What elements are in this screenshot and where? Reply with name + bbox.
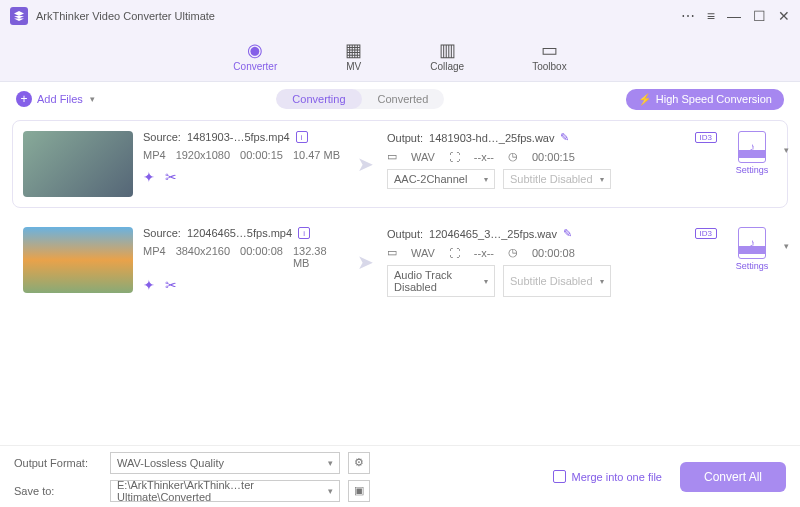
subbar: + Add Files ▾ Converting Converted High …	[0, 82, 800, 116]
audio-select[interactable]: Audio Track Disabled▾	[387, 265, 495, 297]
list-item: Source: 1481903-…5fps.mp4 i MP41920x1080…	[12, 120, 788, 208]
feedback-icon[interactable]: ⋯	[681, 8, 695, 24]
edit-icon[interactable]: ✦	[143, 169, 155, 185]
tab-converted[interactable]: Converted	[362, 89, 445, 109]
tab-toolbox[interactable]: ▭Toolbox	[532, 41, 566, 72]
window-controls: ⋯ ≡ — ☐ ✕	[681, 8, 790, 24]
clock-icon: ◷	[508, 150, 518, 163]
film-icon: ▭	[387, 150, 397, 163]
tab-mv[interactable]: ▦MV	[345, 41, 362, 72]
main-tabs: ◉Converter ▦MV ▥Collage ▭Toolbox	[0, 32, 800, 82]
cut-icon[interactable]: ✂	[165, 169, 177, 185]
collage-icon: ▥	[439, 41, 456, 59]
list-item: Source: 12046465…5fps.mp4 i MP43840x2160…	[12, 216, 788, 308]
app-icon	[10, 7, 28, 25]
file-list: Source: 1481903-…5fps.mp4 i MP41920x1080…	[0, 116, 800, 320]
thumbnail[interactable]	[23, 227, 133, 293]
arrow-icon: ➤	[353, 250, 377, 274]
output-column: Output: 12046465_3…_25fps.wav ✎ID3 ▭WAV⛶…	[387, 227, 717, 297]
subtitle-select[interactable]: Subtitle Disabled▾	[503, 169, 611, 189]
output-format-select[interactable]: WAV-Lossless Quality▾	[110, 452, 340, 474]
source-column: Source: 1481903-…5fps.mp4 i MP41920x1080…	[143, 131, 343, 185]
expand-icon: ⛶	[449, 247, 460, 259]
info-icon[interactable]: i	[296, 131, 308, 143]
menu-icon[interactable]: ≡	[707, 8, 715, 24]
tab-converting[interactable]: Converting	[276, 89, 361, 109]
rename-icon[interactable]: ✎	[560, 131, 569, 144]
output-format-label: Output Format:	[14, 457, 102, 469]
cut-icon[interactable]: ✂	[165, 277, 177, 293]
maximize-icon[interactable]: ☐	[753, 8, 766, 24]
mv-icon: ▦	[345, 41, 362, 59]
edit-icon[interactable]: ✦	[143, 277, 155, 293]
clock-icon: ◷	[508, 246, 518, 259]
source-column: Source: 12046465…5fps.mp4 i MP43840x2160…	[143, 227, 343, 293]
tab-collage[interactable]: ▥Collage	[430, 41, 464, 72]
thumbnail[interactable]	[23, 131, 133, 197]
titlebar: ArkThinker Video Converter Ultimate ⋯ ≡ …	[0, 0, 800, 32]
rename-icon[interactable]: ✎	[563, 227, 572, 240]
add-files-button[interactable]: + Add Files ▾	[16, 91, 95, 107]
format-icon: ♪	[738, 227, 766, 259]
arrow-icon: ➤	[353, 152, 377, 176]
chevron-down-icon[interactable]: ▾	[784, 241, 789, 251]
format-settings-button[interactable]: ⚙	[348, 452, 370, 474]
id3-button[interactable]: ID3	[695, 228, 717, 239]
converter-icon: ◉	[247, 41, 263, 59]
footer: Output Format: WAV-Lossless Quality▾ ⚙ S…	[0, 445, 800, 507]
format-settings[interactable]: ♪ Settings ▾	[727, 227, 777, 271]
convert-all-button[interactable]: Convert All	[680, 462, 786, 492]
info-icon[interactable]: i	[298, 227, 310, 239]
minimize-icon[interactable]: —	[727, 8, 741, 24]
app-title: ArkThinker Video Converter Ultimate	[36, 10, 215, 22]
audio-select[interactable]: AAC-2Channel▾	[387, 169, 495, 189]
status-segment: Converting Converted	[276, 89, 444, 109]
output-column: Output: 1481903-hd…_25fps.wav ✎ID3 ▭WAV⛶…	[387, 131, 717, 189]
film-icon: ▭	[387, 246, 397, 259]
format-settings[interactable]: ♪ Settings ▾	[727, 131, 777, 175]
plus-icon: +	[16, 91, 32, 107]
tab-converter[interactable]: ◉Converter	[233, 41, 277, 72]
high-speed-button[interactable]: High Speed Conversion	[626, 89, 784, 110]
chevron-down-icon: ▾	[90, 94, 95, 104]
format-icon: ♪	[738, 131, 766, 163]
expand-icon: ⛶	[449, 151, 460, 163]
save-to-select[interactable]: E:\ArkThinker\ArkThink…ter Ultimate\Conv…	[110, 480, 340, 502]
id3-button[interactable]: ID3	[695, 132, 717, 143]
save-to-label: Save to:	[14, 485, 102, 497]
open-folder-button[interactable]: ▣	[348, 480, 370, 502]
checkbox-icon	[553, 470, 566, 483]
toolbox-icon: ▭	[541, 41, 558, 59]
subtitle-select[interactable]: Subtitle Disabled▾	[503, 265, 611, 297]
close-icon[interactable]: ✕	[778, 8, 790, 24]
chevron-down-icon[interactable]: ▾	[784, 145, 789, 155]
merge-checkbox[interactable]: Merge into one file	[553, 470, 662, 483]
